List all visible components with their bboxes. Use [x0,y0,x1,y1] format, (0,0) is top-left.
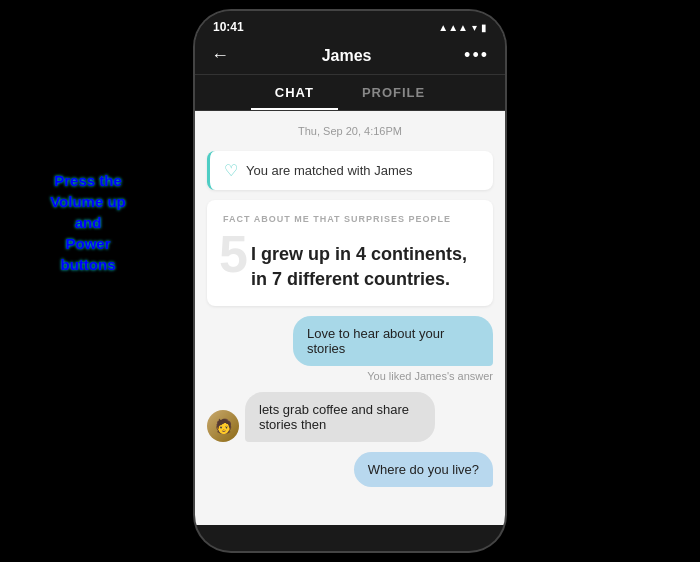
heart-icon: ♡ [224,161,238,180]
chat-body[interactable]: Thu, Sep 20, 4:16PM ♡ You are matched wi… [195,111,505,525]
tabs-bar: CHAT PROFILE [195,75,505,111]
more-button[interactable]: ••• [464,45,489,66]
match-text: You are matched with James [246,163,412,178]
battery-icon: ▮ [481,22,487,33]
match-notice: ♡ You are matched with James [207,151,493,190]
signal-icon: ▲▲▲ [438,22,468,33]
fact-label: FACT ABOUT ME THAT SURPRISES PEOPLE [223,214,477,224]
back-button[interactable]: ← [211,45,229,66]
tab-chat[interactable]: CHAT [251,75,338,110]
chat-timestamp: Thu, Sep 20, 4:16PM [207,125,493,137]
fact-card: FACT ABOUT ME THAT SURPRISES PEOPLE 5 I … [207,200,493,306]
phone-shell: 10:41 ▲▲▲ ▾ ▮ ← James ••• CHAT PROFILE T… [195,11,505,551]
status-icons: ▲▲▲ ▾ ▮ [438,22,487,33]
status-time: 10:41 [213,20,244,34]
fact-content: I grew up in 4 continents, in 7 differen… [223,232,477,292]
nav-header: ← James ••• [195,39,505,75]
annotation-text: Press the Volume up and Power buttons [18,170,158,275]
bubble-sent-location: Where do you live? [354,452,493,487]
bubble-sent-stories: Love to hear about your stories [293,316,493,366]
tab-profile[interactable]: PROFILE [338,75,449,110]
fact-number: 5 [219,228,248,280]
received-message-wrap: 🧑 lets grab coffee and share stories the… [207,392,493,442]
wifi-icon: ▾ [472,22,477,33]
nav-title: James [322,47,372,65]
status-bar: 10:41 ▲▲▲ ▾ ▮ [195,11,505,39]
liked-label: You liked James's answer [207,370,493,382]
avatar: 🧑 [207,410,239,442]
bubble-received-coffee: lets grab coffee and share stories then [245,392,435,442]
avatar-image: 🧑 [207,410,239,442]
